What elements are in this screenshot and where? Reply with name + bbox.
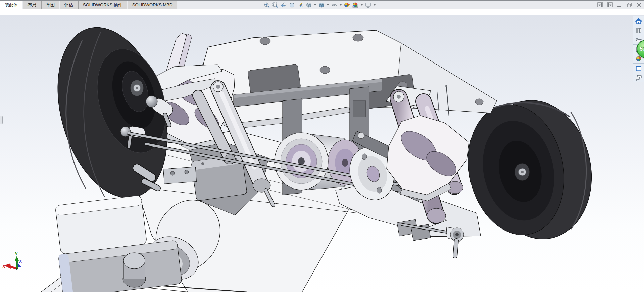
dynamic-annotation-views-icon[interactable]: A — [297, 2, 304, 8]
window-controls — [597, 2, 642, 8]
tab-label: 装配体 — [5, 2, 18, 7]
view-settings-icon[interactable] — [364, 2, 372, 8]
tab-label: SOLIDWORKS MBD — [132, 2, 173, 7]
section-view-icon[interactable] — [288, 2, 296, 8]
task-pane-design-library[interactable] — [633, 26, 644, 35]
speech-bubbles-icon — [635, 74, 642, 81]
home-icon — [635, 18, 642, 25]
ribbon-tab-layout[interactable]: 布局 — [23, 1, 41, 9]
hide-show-items-dropdown[interactable] — [340, 4, 342, 6]
collapse-pane-left-icon[interactable] — [597, 2, 603, 8]
ribbon-tab-evaluate[interactable]: 评估 — [60, 1, 78, 9]
collapse-pane-right-icon[interactable] — [606, 2, 613, 8]
triad-z-label: Z — [19, 259, 22, 264]
zoom-to-area-icon[interactable] — [271, 2, 279, 8]
display-style-icon[interactable] — [318, 2, 325, 8]
hide-show-items-icon[interactable] — [331, 2, 338, 8]
tab-label: 评估 — [64, 2, 73, 7]
properties-form-icon — [635, 65, 642, 72]
tab-label: SOLIDWORKS 插件 — [83, 2, 122, 7]
performance-badge-value: 57 — [637, 46, 644, 52]
viewport-canvas[interactable]: X Y Z — [0, 15, 644, 292]
orientation-triad: X Y Z — [2, 251, 22, 270]
title-bar: 装配体 布局 草图 评估 SOLIDWORKS 插件 SOLIDWORKS MB… — [0, 0, 644, 9]
view-orientation-dropdown[interactable] — [314, 4, 316, 6]
display-style-dropdown[interactable] — [327, 4, 329, 6]
zoom-to-fit-icon[interactable] — [263, 2, 270, 8]
apply-scene-icon[interactable] — [352, 2, 359, 8]
model-motor-flywheel[interactable] — [275, 133, 362, 190]
tab-label: 草图 — [46, 2, 55, 7]
task-pane-solidworks-resources[interactable] — [633, 16, 644, 26]
command-manager-collapsed — [0, 9, 644, 15]
ribbon-tab-assembly[interactable]: 装配体 — [0, 1, 22, 10]
apply-scene-dropdown[interactable] — [361, 4, 363, 6]
minimize-icon[interactable] — [616, 2, 623, 8]
books-icon — [635, 27, 642, 34]
ribbon-tab-addins[interactable]: SOLIDWORKS 插件 — [78, 1, 127, 9]
ribbon-tab-mbd[interactable]: SOLIDWORKS MBD — [128, 1, 178, 9]
close-icon[interactable] — [636, 2, 642, 8]
triad-x-label: X — [2, 264, 6, 269]
model-top-deck-plate[interactable] — [201, 30, 497, 129]
feature-tree-collapse-handle[interactable] — [0, 116, 3, 124]
tab-label: 布局 — [28, 2, 36, 7]
graphics-viewport[interactable]: X Y Z — [0, 15, 644, 292]
task-pane-forum[interactable] — [633, 73, 644, 82]
previous-view-icon[interactable] — [280, 2, 287, 8]
triad-y-label: Y — [14, 251, 18, 256]
heads-up-view-toolbar: A — [263, 2, 376, 8]
ribbon-tab-bar: 装配体 布局 草图 评估 SOLIDWORKS 插件 SOLIDWORKS MB… — [0, 1, 178, 9]
view-orientation-icon[interactable] — [305, 2, 312, 8]
task-pane-custom-properties[interactable] — [633, 64, 644, 73]
ribbon-tab-sketch[interactable]: 草图 — [41, 1, 59, 9]
edit-appearance-icon[interactable] — [343, 2, 351, 8]
restore-icon[interactable] — [626, 2, 633, 8]
view-settings-dropdown[interactable] — [374, 4, 376, 6]
